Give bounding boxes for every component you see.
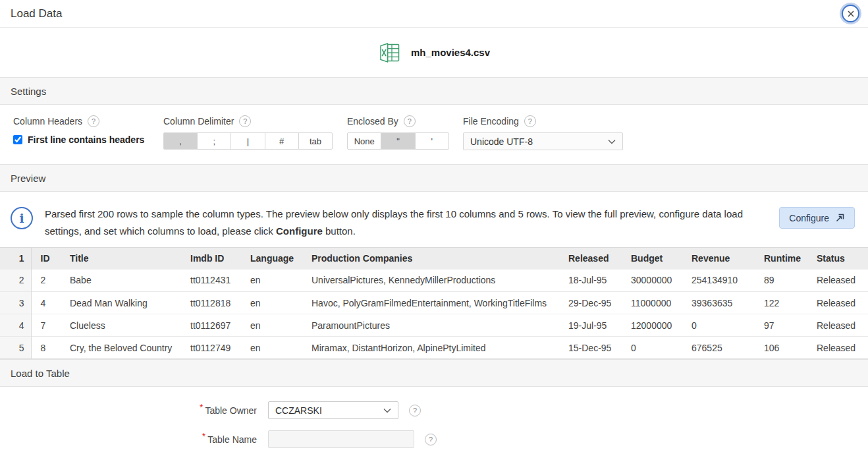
table-cell: 4 (31, 292, 61, 314)
table-name-help-icon[interactable]: ? (425, 434, 437, 445)
column-header-production-companies: Production Companies (302, 248, 559, 270)
table-cell: tt0112749 (181, 337, 241, 359)
delimiter-hash-button[interactable]: # (265, 132, 299, 150)
table-cell: Released (807, 314, 868, 337)
preview-section-header: Preview (0, 164, 868, 192)
dialog-header: Load Data (0, 0, 868, 28)
table-cell: 29-Dec-95 (559, 292, 622, 314)
table-cell: 15-Dec-95 (559, 337, 622, 359)
table-cell: tt0112431 (181, 270, 241, 292)
table-cell: Released (807, 292, 868, 314)
table-cell: Cry, the Beloved Country (61, 337, 181, 359)
table-cell: en (241, 270, 302, 292)
preview-message-area: i Parsed first 200 rows to sample the co… (0, 192, 868, 247)
preview-table: 1 ID Title Imdb ID Language Production C… (0, 247, 868, 359)
table-name-row: * Table Name ? (0, 430, 868, 448)
table-cell: Released (807, 337, 868, 359)
table-cell: 39363635 (682, 292, 755, 314)
table-cell: tt0112818 (181, 292, 241, 314)
table-owner-help-icon[interactable]: ? (409, 405, 421, 416)
table-cell: Clueless (61, 314, 181, 337)
table-cell: 106 (755, 337, 807, 359)
table-cell: 254134910 (682, 270, 755, 292)
table-name-label: * Table Name (0, 434, 257, 445)
chevron-down-icon (383, 408, 391, 413)
delimiter-comma-button[interactable]: , (163, 132, 198, 150)
configure-button[interactable]: Configure (779, 207, 855, 229)
info-icon: i (11, 207, 33, 229)
table-cell: 122 (755, 292, 807, 314)
column-header-language: Language (241, 248, 302, 270)
row-number-cell: 3 (0, 292, 31, 314)
table-cell: 11000000 (622, 292, 682, 314)
load-to-table-section-title: Load to Table (11, 368, 70, 379)
close-icon (847, 10, 855, 18)
open-dialog-icon (835, 213, 845, 223)
column-header-id: ID (31, 248, 61, 270)
preview-message: Parsed first 200 rows to sample the colu… (45, 206, 764, 240)
table-cell: 89 (755, 270, 807, 292)
table-cell: Miramax, DistantHorizon, AlpinePtyLimite… (302, 337, 559, 359)
configure-button-label: Configure (789, 213, 829, 223)
enclosed-by-field: Enclosed By ? None " ' (347, 115, 463, 164)
table-cell: Released (807, 270, 868, 292)
table-cell: 2 (31, 270, 61, 292)
column-delimiter-group: , ; | # tab (163, 132, 333, 150)
table-cell: Dead Man Walking (61, 292, 181, 314)
first-line-headers-label[interactable]: First line contains headers (28, 134, 144, 145)
file-encoding-label: File Encoding (463, 116, 519, 127)
enclosed-doublequote-button[interactable]: " (381, 132, 415, 150)
table-cell: tt0112697 (181, 314, 241, 337)
table-header-row: 1 ID Title Imdb ID Language Production C… (0, 248, 868, 270)
table-cell: 676525 (682, 337, 755, 359)
table-owner-value: CCZARSKI (275, 405, 322, 416)
table-cell: en (241, 314, 302, 337)
table-owner-row: * Table Owner CCZARSKI ? (0, 401, 868, 419)
column-headers-help-icon[interactable]: ? (88, 115, 99, 127)
preview-section-title: Preview (11, 173, 45, 184)
page-title: Load Data (11, 7, 62, 20)
table-cell: 19-Jul-95 (559, 314, 622, 337)
column-header-status: Status (807, 248, 868, 270)
file-encoding-select[interactable]: Unicode UTF-8 (463, 132, 623, 150)
column-delimiter-help-icon[interactable]: ? (239, 115, 251, 127)
delimiter-tab-button[interactable]: tab (298, 132, 333, 150)
required-asterisk: * (202, 431, 205, 442)
file-row: mh_movies4.csv (0, 28, 868, 77)
column-header-budget: Budget (622, 248, 682, 270)
enclosed-by-group: None " ' (347, 132, 449, 150)
column-delimiter-label: Column Delimiter (163, 116, 234, 127)
enclosed-by-help-icon[interactable]: ? (404, 115, 416, 127)
delimiter-pipe-button[interactable]: | (231, 132, 265, 150)
enclosed-singlequote-button[interactable]: ' (415, 132, 449, 150)
chevron-down-icon (608, 139, 616, 144)
enclosed-none-button[interactable]: None (347, 132, 381, 150)
table-name-input[interactable] (268, 430, 414, 448)
table-row: 3 4 Dead Man Walking tt0112818 en Havoc,… (0, 292, 868, 314)
table-row: 5 8 Cry, the Beloved Country tt0112749 e… (0, 337, 868, 359)
delimiter-semicolon-button[interactable]: ; (197, 132, 231, 150)
column-header-imdb-id: Imdb ID (181, 248, 241, 270)
table-cell: 8 (31, 337, 61, 359)
file-name: mh_movies4.csv (411, 47, 490, 58)
column-headers-field: Column Headers ? First line contains hea… (13, 115, 163, 164)
first-line-headers-checkbox[interactable] (13, 135, 22, 144)
table-cell: 18-Jul-95 (559, 270, 622, 292)
table-cell: UniversalPictures, KennedyMillerProducti… (302, 270, 559, 292)
column-header-revenue: Revenue (682, 248, 755, 270)
table-cell: 30000000 (622, 270, 682, 292)
file-encoding-help-icon[interactable]: ? (524, 115, 536, 127)
csv-file-icon (378, 42, 402, 64)
table-cell: en (241, 292, 302, 314)
table-cell: 97 (755, 314, 807, 337)
table-cell: 0 (622, 337, 682, 359)
settings-content: Column Headers ? First line contains hea… (0, 105, 868, 164)
row-number-cell: 1 (0, 248, 31, 270)
table-cell: 12000000 (622, 314, 682, 337)
row-number-cell: 5 (0, 337, 31, 359)
table-cell: ParamountPictures (302, 314, 559, 337)
table-owner-select[interactable]: CCZARSKI (268, 401, 398, 419)
table-owner-label: * Table Owner (0, 405, 257, 416)
close-button[interactable] (842, 5, 859, 22)
file-encoding-field: File Encoding ? Unicode UTF-8 (463, 115, 623, 164)
